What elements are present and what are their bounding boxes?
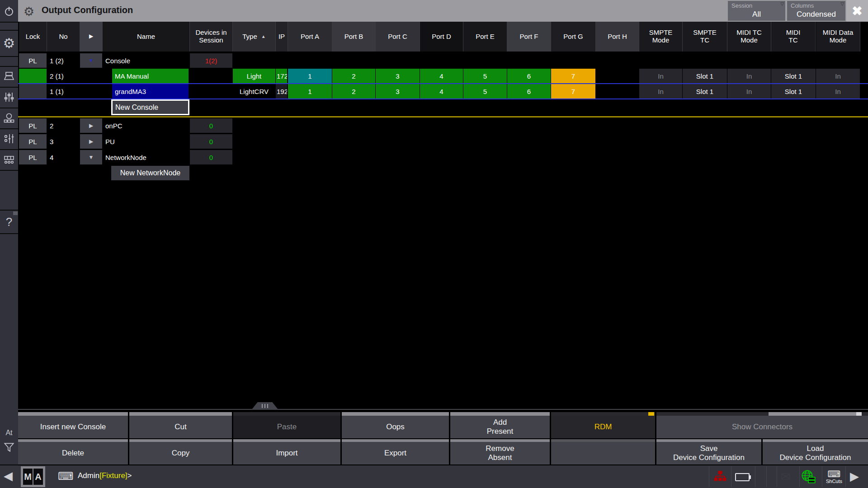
mixer-icon[interactable] [0, 129, 18, 148]
column-header-expand[interactable]: ▶ [80, 22, 103, 52]
column-header-name[interactable]: Name [103, 22, 190, 52]
session-dropdown[interactable]: Session ▽ All [728, 1, 785, 21]
cell-grandma3-midi-data-mode[interactable]: In [816, 84, 860, 99]
cell-grandma3-port-c[interactable]: 3 [376, 84, 420, 99]
cell-mamanual-ip[interactable]: 172 [276, 69, 287, 83]
close-button[interactable]: ✖ [846, 0, 868, 22]
wing-panel-icon[interactable] [0, 150, 18, 169]
export-button[interactable]: Export [342, 439, 449, 465]
oops-button[interactable]: Oops [342, 416, 449, 438]
column-header-smpte-mode[interactable]: SMPTE Mode [639, 22, 683, 52]
columns-dropdown[interactable]: Columns ▽ Condensed [787, 1, 845, 21]
network-status-icon[interactable] [714, 470, 726, 483]
collapse-networknode-button[interactable]: ▼ [80, 150, 102, 164]
cell-mamanual-port-c[interactable]: 3 [376, 69, 420, 83]
empty-button[interactable] [551, 439, 655, 465]
cell-mamanual-port-g[interactable]: 7 [551, 69, 595, 83]
cell-grandma3-no[interactable]: 1 (1) [47, 84, 80, 99]
play-icon[interactable]: ▶ [850, 469, 859, 483]
cell-pu-name[interactable]: PU [103, 134, 189, 149]
cell-mamanual-no[interactable]: 2 (1) [47, 69, 80, 83]
cell-grandma3-lock[interactable] [19, 84, 47, 99]
cell-onpc-lock[interactable]: PL [19, 118, 47, 133]
command-line-prompt[interactable]: Admin[Fixture]> [78, 471, 132, 480]
horizontal-scrollbar-thumb[interactable] [769, 412, 862, 416]
filter-funnel-icon[interactable] [0, 439, 18, 455]
cell-mamanual-port-b[interactable]: 2 [332, 69, 375, 83]
cell-console-name[interactable]: Console [103, 53, 189, 68]
cell-grandma3-port-g[interactable]: 7 [551, 84, 595, 99]
cell-onpc-name[interactable]: onPC [103, 118, 189, 133]
cell-grandma3-port-e[interactable]: 5 [463, 84, 507, 99]
delete-button[interactable]: Delete [18, 439, 128, 465]
cell-onpc-devices[interactable]: 0 [190, 118, 232, 133]
cell-pu-lock[interactable]: PL [19, 134, 47, 149]
keyboard-icon[interactable]: ⌨ [58, 470, 74, 483]
remove-absent-button[interactable]: Remove Absent [450, 439, 550, 465]
rdm-toggle-button[interactable]: RDM [551, 416, 655, 438]
column-header-port-e[interactable]: Port E [463, 22, 507, 52]
faders-icon[interactable] [0, 88, 18, 107]
column-header-port-c[interactable]: Port C [376, 22, 420, 52]
cut-button[interactable]: Cut [129, 416, 232, 438]
power-icon[interactable] [0, 3, 18, 20]
cell-networknode-lock[interactable]: PL [19, 150, 47, 164]
load-device-configuration-button[interactable]: Load Device Configuration [763, 439, 868, 465]
at-button[interactable]: At [0, 427, 18, 438]
cell-mamanual-name[interactable]: MA Manual [112, 69, 189, 83]
cell-mamanual-smpte-mode[interactable]: In [639, 69, 682, 83]
cell-grandma3-name[interactable]: grandMA3 [112, 84, 189, 99]
cell-mamanual-port-a[interactable]: 1 [288, 69, 332, 83]
column-header-midi-tc-mode[interactable]: MIDI TC Mode [727, 22, 771, 52]
cell-pu-no[interactable]: 3 [47, 134, 80, 149]
scrollbar-end-grip[interactable] [856, 412, 862, 416]
add-present-button[interactable]: Add Present [450, 416, 550, 438]
console-icon[interactable] [0, 67, 18, 86]
column-header-lock[interactable]: Lock [19, 22, 47, 52]
column-header-ip[interactable]: IP [276, 22, 288, 52]
copy-button[interactable]: Copy [129, 439, 232, 465]
column-header-port-a[interactable]: Port A [288, 22, 332, 52]
cell-grandma3-type[interactable]: LightCRV [233, 84, 275, 99]
cell-networknode-no[interactable]: 4 [47, 150, 80, 164]
cell-pu-devices[interactable]: 0 [190, 134, 232, 149]
cell-console-lock[interactable]: PL [19, 53, 47, 68]
column-header-port-g[interactable]: Port G [551, 22, 596, 52]
cell-console-devices[interactable]: 1(2) [190, 53, 232, 68]
cell-onpc-no[interactable]: 2 [47, 118, 80, 133]
new-console-edit-field[interactable]: New Console [111, 99, 189, 115]
column-header-no[interactable]: No [47, 22, 80, 52]
expand-pu-button[interactable]: ▶ [80, 134, 102, 149]
insert-new-console-button[interactable]: Insert new Console [18, 416, 128, 438]
shortcuts-button[interactable]: ⌨ ShCuts [824, 466, 844, 487]
column-header-port-h[interactable]: Port H [596, 22, 639, 52]
settings-gear-icon[interactable]: ⚙ [0, 31, 18, 55]
expand-onpc-button[interactable]: ▶ [80, 118, 102, 133]
column-header-midi-data-mode[interactable]: MIDI Data Mode [816, 22, 860, 52]
import-button[interactable]: Import [233, 439, 340, 465]
cell-mamanual-midi-data-mode[interactable]: In [816, 69, 860, 83]
cell-mamanual-midi-tc[interactable]: Slot 1 [771, 69, 816, 83]
show-connectors-button[interactable]: Show Connectors [656, 416, 868, 438]
column-header-port-b[interactable]: Port B [332, 22, 376, 52]
collapse-console-button[interactable]: ▼ [80, 53, 102, 68]
cell-console-no[interactable]: 1 (2) [47, 53, 80, 68]
cell-mamanual-port-d[interactable]: 4 [420, 69, 463, 83]
paste-button[interactable]: Paste [233, 416, 340, 438]
cell-grandma3-port-b[interactable]: 2 [332, 84, 375, 99]
cell-mamanual-lock[interactable] [19, 69, 47, 83]
cell-grandma3-port-d[interactable]: 4 [420, 84, 463, 99]
cell-grandma3-smpte-mode[interactable]: In [639, 84, 682, 99]
network-nodes-icon[interactable] [0, 108, 18, 127]
column-header-type[interactable]: Type ▲ [233, 22, 276, 52]
column-header-smpte-tc[interactable]: SMPTE TC [683, 22, 727, 52]
column-header-devices[interactable]: Devices in Session [190, 22, 233, 52]
save-device-configuration-button[interactable]: Save Device Configuration [656, 439, 761, 465]
column-header-port-f[interactable]: Port F [507, 22, 551, 52]
remote-globe-icon[interactable] [801, 469, 816, 484]
cell-grandma3-smpte-tc[interactable]: Slot 1 [683, 84, 727, 99]
cell-grandma3-ip[interactable]: 192 [276, 84, 287, 99]
cell-networknode-name[interactable]: NetworkNode [103, 150, 189, 164]
column-header-midi-tc[interactable]: MIDI TC [771, 22, 816, 52]
splitter-drag-handle[interactable] [252, 402, 278, 409]
